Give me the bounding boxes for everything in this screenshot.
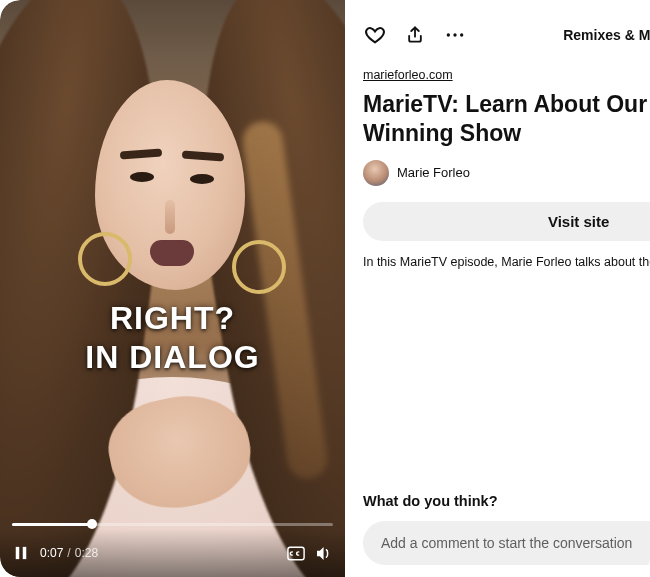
svg-point-4 (453, 33, 456, 36)
video-progress[interactable] (12, 519, 333, 529)
time-separator: / (67, 546, 70, 560)
pin-description-row: In this MarieTV episode, Marie Forleo ta… (363, 255, 650, 269)
caption-line-1: RIGHT? (0, 300, 345, 337)
board-selector[interactable]: Remixes & Mash-Ups (563, 27, 650, 43)
comment-input[interactable]: Add a comment to start the conversation (363, 521, 650, 565)
svg-rect-1 (23, 547, 27, 559)
svg-point-5 (460, 33, 463, 36)
share-icon[interactable] (403, 23, 427, 47)
current-time: 0:07 (40, 546, 63, 560)
video-controls: 0:07 / 0:28 (0, 529, 345, 577)
author-name[interactable]: Marie Forleo (397, 165, 470, 180)
visit-label: Visit site (548, 213, 609, 230)
visit-site-button[interactable]: Visit site (363, 202, 650, 241)
board-label: Remixes & Mash-Ups (563, 27, 650, 43)
pin-title: MarieTV: Learn About Our Award-Winning S… (363, 90, 650, 148)
author-row[interactable]: Marie Forleo (363, 160, 650, 186)
comment-placeholder: Add a comment to start the conversation (381, 535, 650, 551)
video-caption: RIGHT? IN DIALOG (0, 300, 345, 376)
action-bar: Remixes & Mash-Ups Save (363, 18, 650, 52)
captions-icon[interactable] (287, 544, 305, 562)
caption-line-2: IN DIALOG (0, 339, 345, 376)
pin-description: In this MarieTV episode, Marie Forleo ta… (363, 255, 650, 269)
more-icon[interactable] (443, 23, 467, 47)
comment-prompt: What do you think? (363, 493, 650, 509)
svg-point-3 (447, 33, 450, 36)
video-frame[interactable] (0, 0, 345, 577)
video-time: 0:07 / 0:28 (40, 546, 98, 560)
detail-panel: Remixes & Mash-Ups Save marieforleo.com … (345, 0, 650, 577)
heart-icon[interactable] (363, 23, 387, 47)
pause-icon[interactable] (12, 544, 30, 562)
volume-icon[interactable] (315, 544, 333, 562)
svg-rect-0 (16, 547, 20, 559)
comment-section: What do you think? Add a comment to star… (363, 493, 650, 565)
total-time: 0:28 (75, 546, 98, 560)
avatar[interactable] (363, 160, 389, 186)
source-link[interactable]: marieforleo.com (363, 68, 650, 82)
video-panel: RIGHT? IN DIALOG 0:07 / 0:28 (0, 0, 345, 577)
